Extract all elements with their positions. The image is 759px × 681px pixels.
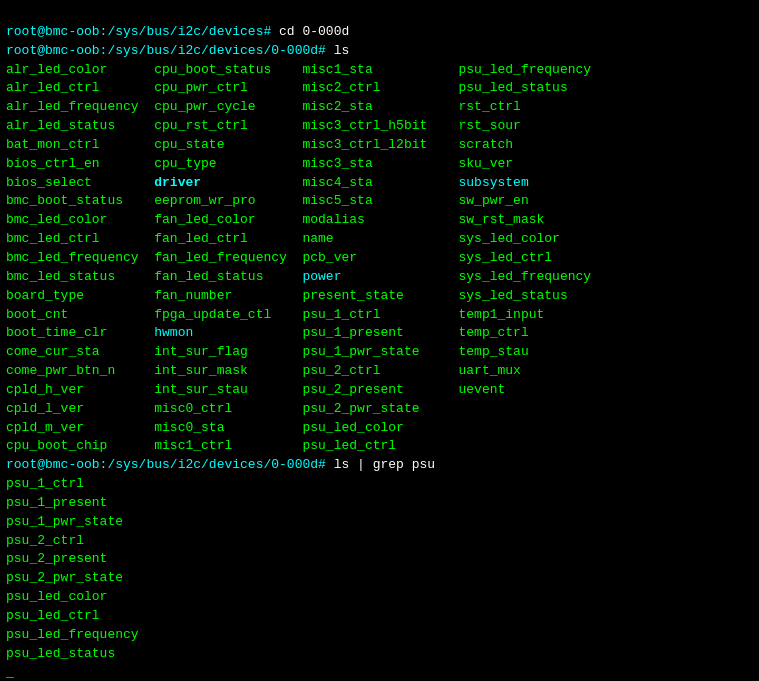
ls-col3-row12-power: power [302,269,458,284]
ls-col2-row15-hwmon: hwmon [154,325,302,340]
ls-col3-row17: psu_2_ctrl [302,363,458,378]
ls-col3-row1: misc1_sta [302,62,458,77]
ls-col4-row10: sys_led_color [459,231,560,246]
cmd-2: ls [326,43,349,58]
ls-col1-row4: alr_led_status [6,118,154,133]
ls-col1-row10: bmc_led_ctrl [6,231,154,246]
ls-col4-row1: psu_led_frequency [459,62,592,77]
ls-col3-row4: misc3_ctrl_h5bit [302,118,458,133]
ls-col3-row10: name [302,231,458,246]
ls-col1-row7: bios_select [6,175,154,190]
ls-col2-row10: fan_led_ctrl [154,231,302,246]
ls-col4-row18: uevent [459,382,506,397]
prompt-3: root@bmc-oob:/sys/bus/i2c/devices/0-000d… [6,457,326,472]
ls-col2-row18: int_sur_stau [154,382,302,397]
ls-col3-row7: misc4_sta [302,175,458,190]
ls-col2-row6: cpu_type [154,156,302,171]
ls-col3-row16: psu_1_pwr_state [302,344,458,359]
grep-row10: psu_led_status [6,646,115,661]
ls-col4-row12: sys_led_frequency [459,269,592,284]
ls-col4-row5: scratch [459,137,514,152]
ls-col1-row15: boot_time_clr [6,325,154,340]
ls-col2-row1: cpu_boot_status [154,62,302,77]
ls-col2-row20: misc0_sta [154,420,302,435]
grep-row1: psu_1_ctrl [6,476,84,491]
grep-row8: psu_led_ctrl [6,608,100,623]
ls-col1-row8: bmc_boot_status [6,193,154,208]
grep-row7: psu_led_color [6,589,107,604]
ls-col4-row7-subsystem: subsystem [459,175,529,190]
ls-col4-row9: sw_rst_mask [459,212,545,227]
ls-col4-row11: sys_led_ctrl [459,250,553,265]
ls-col3-row2: misc2_ctrl [302,80,458,95]
prompt-1: root@bmc-oob:/sys/bus/i2c/devices# [6,24,271,39]
prompt-2: root@bmc-oob:/sys/bus/i2c/devices/0-000d… [6,43,326,58]
ls-col4-row3: rst_ctrl [459,99,521,114]
ls-col3-row19: psu_2_pwr_state [302,401,458,416]
cursor: _ [6,665,14,680]
ls-col3-row18: psu_2_present [302,382,458,397]
ls-col1-row16: come_cur_sta [6,344,154,359]
ls-col1-row13: board_type [6,288,154,303]
line-1: root@bmc-oob:/sys/bus/i2c/devices# cd 0-… [6,24,591,680]
ls-col2-row8: eeprom_wr_pro [154,193,302,208]
grep-row4: psu_2_ctrl [6,533,84,548]
grep-row6: psu_2_pwr_state [6,570,123,585]
ls-col1-row1: alr_led_color [6,62,154,77]
grep-row9: psu_led_frequency [6,627,139,642]
ls-col1-row6: bios_ctrl_en [6,156,154,171]
ls-col3-row9: modalias [302,212,458,227]
ls-col2-row7-driver: driver [154,175,302,190]
ls-col2-row9: fan_led_color [154,212,302,227]
grep-row2: psu_1_present [6,495,107,510]
ls-col1-row9: bmc_led_color [6,212,154,227]
ls-col2-row19: misc0_ctrl [154,401,302,416]
ls-col4-row13: sys_led_status [459,288,568,303]
terminal-output: root@bmc-oob:/sys/bus/i2c/devices# cd 0-… [6,4,753,681]
ls-col1-row2: alr_led_ctrl [6,80,154,95]
ls-col2-row11: fan_led_frequency [154,250,302,265]
ls-col1-row21: cpu_boot_chip [6,438,154,453]
ls-col2-row17: int_sur_mask [154,363,302,378]
ls-col3-row6: misc3_sta [302,156,458,171]
ls-col2-row12: fan_led_status [154,269,302,284]
ls-col2-row14: fpga_update_ctl [154,307,302,322]
ls-col3-row20: psu_led_color [302,420,458,435]
ls-col3-row13: present_state [302,288,458,303]
ls-col2-row21: misc1_ctrl [154,438,302,453]
ls-col1-row19: cpld_l_ver [6,401,154,416]
ls-col4-row15: temp_ctrl [459,325,529,340]
ls-col4-row4: rst_sour [459,118,521,133]
ls-col3-row8: misc5_sta [302,193,458,208]
ls-col3-row15: psu_1_present [302,325,458,340]
ls-col2-row4: cpu_rst_ctrl [154,118,302,133]
ls-col1-row17: come_pwr_btn_n [6,363,154,378]
ls-col4-row2: psu_led_status [459,80,568,95]
ls-col1-row12: bmc_led_status [6,269,154,284]
ls-col1-row5: bat_mon_ctrl [6,137,154,152]
ls-col3-row11: pcb_ver [302,250,458,265]
ls-col4-row8: sw_pwr_en [459,193,529,208]
ls-col1-row14: boot_cnt [6,307,154,322]
ls-col2-row3: cpu_pwr_cycle [154,99,302,114]
ls-col4-row16: temp_stau [459,344,529,359]
ls-col3-row5: misc3_ctrl_l2bit [302,137,458,152]
ls-col1-row11: bmc_led_frequency [6,250,154,265]
ls-col2-row13: fan_number [154,288,302,303]
grep-row3: psu_1_pwr_state [6,514,123,529]
ls-col4-row6: sku_ver [459,156,514,171]
grep-row5: psu_2_present [6,551,107,566]
ls-col1-row20: cpld_m_ver [6,420,154,435]
ls-col3-row3: misc2_sta [302,99,458,114]
ls-col1-row3: alr_led_frequency [6,99,154,114]
ls-col2-row5: cpu_state [154,137,302,152]
ls-col4-row17: uart_mux [459,363,521,378]
cmd-1: cd 0-000d [271,24,349,39]
ls-col4-row14: temp1_input [459,307,545,322]
ls-col3-row21: psu_led_ctrl [302,438,458,453]
ls-col3-row14: psu_1_ctrl [302,307,458,322]
ls-col2-row2: cpu_pwr_ctrl [154,80,302,95]
ls-col2-row16: int_sur_flag [154,344,302,359]
ls-col1-row18: cpld_h_ver [6,382,154,397]
cmd-3: ls | grep psu [326,457,435,472]
